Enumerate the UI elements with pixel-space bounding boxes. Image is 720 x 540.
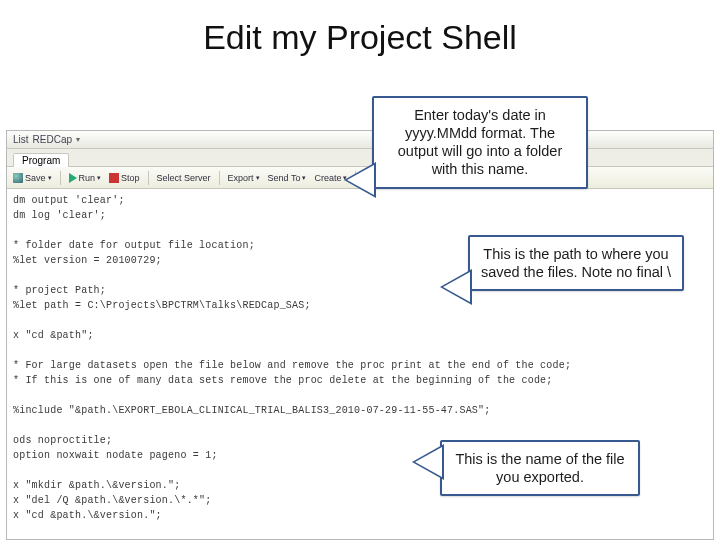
- code-line: * For large datasets open the file below…: [13, 360, 571, 371]
- chevron-down-icon: ▾: [48, 174, 52, 182]
- sendto-button[interactable]: Send To ▾: [268, 173, 307, 183]
- separator: [60, 171, 61, 185]
- slide-title: Edit my Project Shell: [0, 0, 720, 65]
- save-label: Save: [25, 173, 46, 183]
- chevron-down-icon: ▾: [302, 174, 306, 182]
- chevron-down-icon: ▾: [256, 174, 260, 182]
- select-server-button[interactable]: Select Server: [157, 173, 211, 183]
- callout-arrow-icon: [440, 269, 472, 305]
- play-icon: [69, 173, 77, 183]
- callout-text: This is the path to where you saved the …: [468, 235, 684, 291]
- code-line: %let version = 20100729;: [13, 255, 162, 266]
- code-line: * project Path;: [13, 285, 106, 296]
- export-label: Export: [228, 173, 254, 183]
- code-line: ods noproctitle;: [13, 435, 112, 446]
- code-line: %include "&path.\EXPORT_EBOLA_CLINICAL_T…: [13, 405, 490, 416]
- separator: [148, 171, 149, 185]
- callout-arrow-icon: [412, 444, 444, 480]
- callout-text: Enter today's date in yyyy.MMdd format. …: [372, 96, 588, 189]
- callout-path: This is the path to where you saved the …: [468, 235, 684, 291]
- window-titlebar: List REDCap ▾: [7, 131, 713, 149]
- code-line: * If this is one of many data sets remov…: [13, 375, 553, 386]
- export-button[interactable]: Export ▾: [228, 173, 260, 183]
- callout-text: This is the name of the file you exporte…: [440, 440, 640, 496]
- code-line: dm output 'clear';: [13, 195, 125, 206]
- stop-icon: [109, 173, 119, 183]
- dropdown-icon[interactable]: ▾: [76, 135, 80, 144]
- code-line: dm log 'clear';: [13, 210, 106, 221]
- tab-program[interactable]: Program: [13, 153, 69, 167]
- create-label: Create: [314, 173, 341, 183]
- stop-button[interactable]: Stop: [109, 173, 140, 183]
- callout-date: Enter today's date in yyyy.MMdd format. …: [372, 96, 588, 189]
- code-line: %let path = C:\Projects\BPCTRM\Talks\RED…: [13, 300, 311, 311]
- run-label: Run: [79, 173, 96, 183]
- chevron-down-icon: ▾: [97, 174, 101, 182]
- callout-arrow-icon: [344, 162, 376, 198]
- separator: [219, 171, 220, 185]
- window-title-prefix: List: [13, 134, 29, 145]
- disk-icon: [13, 173, 23, 183]
- create-button[interactable]: Create ▾: [314, 173, 347, 183]
- window-title-name: REDCap: [33, 134, 72, 145]
- code-line: * folder date for output file location;: [13, 240, 255, 251]
- code-line: x "del /Q &path.\&version.\*.*";: [13, 495, 211, 506]
- stop-label: Stop: [121, 173, 140, 183]
- code-line: option noxwait nodate pageno = 1;: [13, 450, 218, 461]
- code-line: x "cd &path";: [13, 330, 94, 341]
- code-line: x "cd &path.\&version.";: [13, 510, 162, 521]
- code-line: x "mkdir &path.\&version.";: [13, 480, 180, 491]
- callout-filename: This is the name of the file you exporte…: [440, 440, 640, 496]
- run-button[interactable]: Run ▾: [69, 173, 102, 183]
- sendto-label: Send To: [268, 173, 301, 183]
- save-button[interactable]: Save ▾: [13, 173, 52, 183]
